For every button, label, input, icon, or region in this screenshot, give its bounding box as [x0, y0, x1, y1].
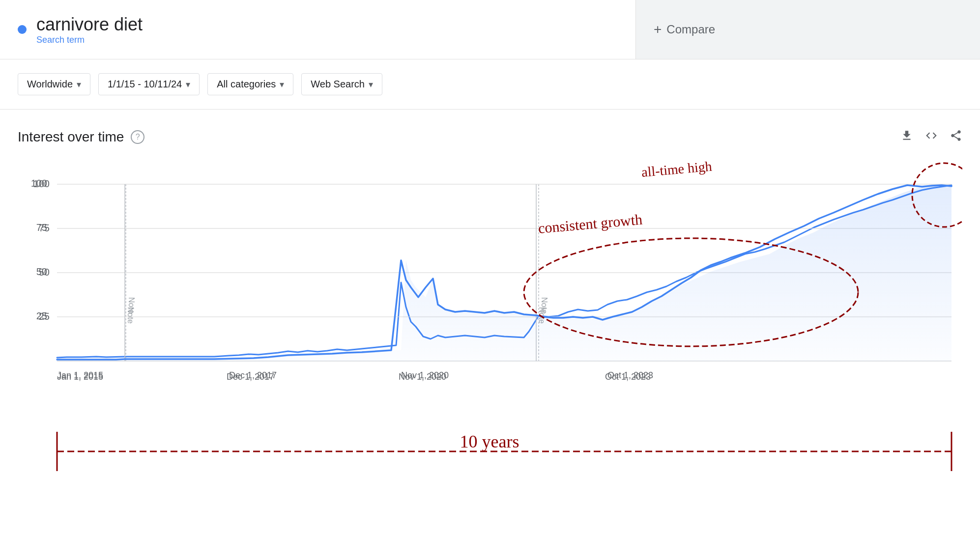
embed-button[interactable]: [925, 129, 938, 145]
bottom-section: 10 years: [0, 417, 980, 503]
share-button[interactable]: [950, 129, 962, 145]
search-type-chevron-icon: ▾: [369, 79, 373, 90]
ten-years-label: 10 years: [460, 432, 519, 451]
annotation-layer: all-time high consistent growth: [18, 160, 962, 415]
chart-container: 100 75 50 25 Note Note Jan 1, 2015 Dec 1…: [18, 160, 962, 417]
compare-button[interactable]: + Compare: [654, 22, 715, 37]
date-range-filter[interactable]: 1/1/15 - 10/11/24 ▾: [98, 73, 200, 95]
category-label: All categories: [217, 79, 276, 90]
chart-header: Interest over time ?: [18, 129, 962, 145]
consistent-growth-ellipse: [524, 238, 858, 346]
header-section: carnivore diet Search term + Compare: [0, 0, 980, 59]
date-chevron-icon: ▾: [186, 79, 190, 90]
location-filter[interactable]: Worldwide ▾: [18, 73, 90, 95]
all-time-high-circle: [912, 163, 962, 227]
ten-years-annotation: 10 years: [18, 422, 962, 481]
search-term-text: carnivore diet Search term: [36, 14, 143, 45]
chart-section: Interest over time ?: [0, 110, 980, 417]
search-term-title: carnivore diet: [36, 14, 143, 35]
category-chevron-icon: ▾: [280, 79, 284, 90]
compare-box: + Compare: [636, 0, 980, 59]
consistent-growth-label: consistent growth: [538, 211, 643, 236]
compare-label: Compare: [666, 23, 715, 36]
filters-section: Worldwide ▾ 1/1/15 - 10/11/24 ▾ All cate…: [0, 59, 980, 110]
date-range-label: 1/1/15 - 10/11/24: [108, 79, 182, 90]
search-type-filter[interactable]: Web Search ▾: [301, 73, 382, 95]
search-term-box: carnivore diet Search term: [0, 0, 636, 59]
chart-actions: [900, 129, 962, 145]
help-icon[interactable]: ?: [131, 130, 144, 144]
location-chevron-icon: ▾: [77, 79, 81, 90]
all-time-high-label: all-time high: [641, 160, 713, 180]
plus-icon: +: [654, 22, 662, 37]
chart-title-group: Interest over time ?: [18, 129, 144, 145]
search-term-dot: [18, 25, 27, 34]
download-button[interactable]: [900, 129, 913, 145]
location-label: Worldwide: [27, 79, 73, 90]
category-filter[interactable]: All categories ▾: [207, 73, 293, 95]
search-type-label: Web Search: [311, 79, 365, 90]
chart-title: Interest over time: [18, 129, 124, 145]
search-term-subtitle: Search term: [36, 35, 143, 45]
